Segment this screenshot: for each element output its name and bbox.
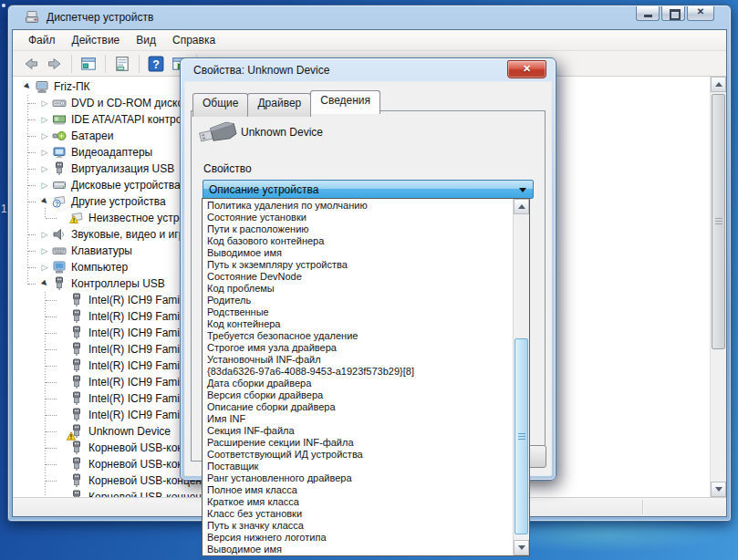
usb-plug-icon <box>69 424 85 439</box>
property-option[interactable]: Родственные <box>203 306 514 318</box>
forward-arrow-button[interactable] <box>44 54 66 74</box>
menu-item-action[interactable]: Действие <box>64 32 129 48</box>
property-option[interactable]: Выводимое имя <box>203 544 514 555</box>
property-option[interactable]: Секция INF-файла <box>203 425 514 437</box>
tree-item-label: Intel(R) ICH9 Famil <box>88 409 182 421</box>
sound-icon <box>52 227 68 242</box>
expander-collapsed-icon[interactable]: ▷ <box>37 260 52 275</box>
tab-general[interactable]: Общие <box>192 93 248 117</box>
dialog-close-button[interactable] <box>507 60 546 78</box>
property-option[interactable]: Расширение секции INF-файла <box>203 437 514 449</box>
minimize-icon <box>644 15 652 17</box>
property-option[interactable]: Код проблемы <box>203 283 514 295</box>
property-option[interactable]: Путь к значку класса <box>203 520 514 532</box>
menu-bar: ФайлДействиеВидСправка <box>13 30 726 51</box>
tree-item-label: Клавиатуры <box>71 244 132 257</box>
usb-plug-icon <box>52 276 68 291</box>
help-icon: ? <box>148 56 164 72</box>
dialog-tabs: ОбщиеДрайверСведения <box>192 91 379 115</box>
toolbar-separator <box>139 55 140 73</box>
expander-collapsed-icon[interactable]: ▷ <box>37 244 52 258</box>
tree-scrollbar[interactable] <box>710 77 726 497</box>
monitor-icon <box>52 260 68 275</box>
property-option[interactable]: Код базового контейнера <box>203 235 514 247</box>
property-option[interactable]: Установочный INF-файл <box>203 354 514 366</box>
property-option[interactable]: Описание сборки драйвера <box>203 401 514 413</box>
scrollbar-thumb[interactable] <box>712 94 725 349</box>
menu-item-help[interactable]: Справка <box>164 32 223 48</box>
property-option[interactable]: Путь к экземпляру устройства <box>203 259 514 271</box>
window-titlebar[interactable]: Диспетчер устройств <box>8 5 731 29</box>
property-option[interactable]: Состояние DevNode <box>203 271 514 283</box>
expander-collapsed-icon[interactable]: ▷ <box>37 145 52 160</box>
scrollbar-thumb[interactable] <box>515 338 528 534</box>
tree-item-label: Intel(R) ICH9 Famil <box>88 359 182 372</box>
expander-collapsed-icon[interactable]: ▷ <box>37 129 52 143</box>
property-option[interactable]: Требуется безопасное удаление <box>203 330 514 342</box>
caption-buttons <box>636 6 714 21</box>
menu-item-file[interactable]: Файл <box>20 32 64 48</box>
property-option[interactable]: Версия сборки драйвера <box>203 389 514 401</box>
expander-collapsed-icon[interactable]: ▷ <box>37 227 52 242</box>
back-arrow-button[interactable] <box>20 54 42 74</box>
tab-details[interactable]: Сведения <box>310 90 380 114</box>
scroll-up-button[interactable] <box>514 199 529 214</box>
property-option[interactable]: Состояние установки <box>203 212 514 223</box>
property-option[interactable]: Строгое имя узла драйвера <box>203 342 514 354</box>
tree-item-label: Intel(R) ICH9 Famil <box>88 294 182 306</box>
property-combobox[interactable]: Описание устройства <box>203 180 534 199</box>
unknown-category-icon: ? <box>52 194 68 209</box>
keyboard-icon <box>52 244 68 258</box>
property-option[interactable]: Имя INF <box>203 413 514 425</box>
tree-item-label: Intel(R) ICH9 Famil <box>88 327 182 339</box>
back-arrow-icon <box>23 56 39 72</box>
property-option[interactable]: Код контейнера <box>203 318 514 330</box>
arrow-down-icon <box>715 487 722 492</box>
tree-item-label: Контроллеры USB <box>71 277 165 290</box>
properties-button[interactable] <box>111 54 133 74</box>
expander-collapsed-icon[interactable]: ▷ <box>37 112 52 127</box>
expander-collapsed-icon[interactable]: ▷ <box>37 96 52 110</box>
minimize-button[interactable] <box>636 6 660 21</box>
property-option[interactable]: Выводимое имя <box>203 247 514 259</box>
maximize-button[interactable] <box>661 6 685 21</box>
battery-icon <box>52 129 68 143</box>
scroll-down-button[interactable] <box>711 482 726 497</box>
video-adapter-icon <box>52 145 68 160</box>
tree-item-label: Компьютер <box>71 261 128 274</box>
show-window-icon <box>80 56 97 72</box>
usb-plug-icon <box>52 161 68 176</box>
combobox-value: Описание устройства <box>209 183 318 196</box>
menu-item-view[interactable]: Вид <box>128 32 164 48</box>
property-option[interactable]: Соответствующий ИД устройства <box>203 449 514 461</box>
scroll-down-button[interactable] <box>514 540 529 555</box>
property-option[interactable]: Пути к расположению <box>203 223 514 235</box>
show-window-button[interactable] <box>78 54 99 74</box>
property-option[interactable]: Версия нижнего логотипа <box>203 532 514 544</box>
dropdown-scrollbar[interactable] <box>513 199 529 555</box>
arrow-down-icon <box>518 545 525 550</box>
close-button[interactable] <box>687 6 714 21</box>
cdrom-drive-icon <box>52 96 68 110</box>
property-option[interactable]: Политика удаления по умолчанию <box>203 200 514 212</box>
unknown-device-icon: ! <box>69 211 85 225</box>
tree-item-label: Friz-ПК <box>54 80 90 93</box>
property-option[interactable]: {83da6326-97a6-4088-9453-a1923f573b29}[8… <box>203 366 514 378</box>
tab-driver[interactable]: Драйвер <box>247 93 311 117</box>
property-option[interactable]: Дата сборки драйвера <box>203 378 514 389</box>
help-button[interactable]: ? <box>145 54 167 74</box>
usb-plug-icon <box>69 342 85 357</box>
tree-item-label: Виртуализация USB <box>71 162 174 175</box>
property-option[interactable]: Поставщик <box>203 461 514 472</box>
property-option[interactable]: Ранг установленного драйвера <box>203 472 514 484</box>
expander-collapsed-icon[interactable]: ▷ <box>37 178 52 192</box>
property-option[interactable]: Класс без установки <box>203 508 514 520</box>
property-option[interactable]: Полное имя класса <box>203 484 514 496</box>
scroll-up-button[interactable] <box>711 77 726 92</box>
usb-plug-icon <box>69 358 85 373</box>
usb-plug-icon <box>69 326 85 340</box>
computer-icon <box>35 79 50 94</box>
expander-collapsed-icon[interactable]: ▷ <box>37 161 52 176</box>
property-option[interactable]: Краткое имя класса <box>203 496 514 508</box>
property-option[interactable]: Родитель <box>203 295 514 306</box>
